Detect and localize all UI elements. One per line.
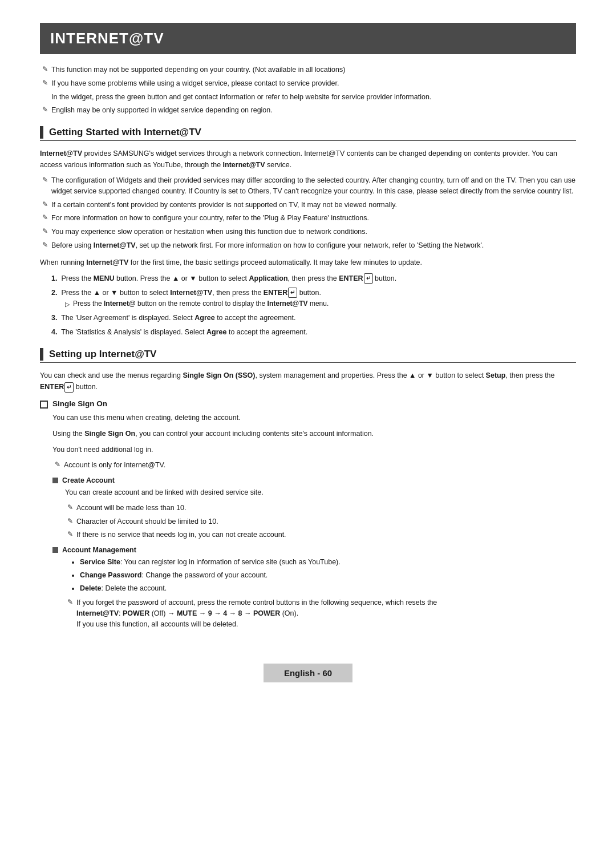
s1-note-icon-3: ✎ bbox=[42, 213, 48, 221]
account-management-bullets: Service Site: You can register log in in… bbox=[65, 556, 576, 594]
ca-note-1: ✎ Account will be made less than 10. bbox=[65, 503, 576, 514]
create-account-body: You can create account and be linked wit… bbox=[65, 487, 576, 498]
s1-note-text-4: You may experience slow operation or hes… bbox=[51, 227, 367, 237]
sso-note3: You don't need additional log in. bbox=[52, 444, 576, 455]
intro-note-1: ✎ This function may not be supported dep… bbox=[40, 64, 576, 75]
sso-note1: You can use this menu when creating, del… bbox=[52, 412, 576, 423]
sso-note2: Using the Single Sign On, you can contro… bbox=[52, 428, 576, 439]
checkbox-icon bbox=[40, 401, 48, 409]
single-sign-on-content: You can use this menu when creating, del… bbox=[40, 412, 576, 629]
s1-note-icon-2: ✎ bbox=[42, 200, 48, 208]
account-management-title: Account Management bbox=[62, 546, 136, 554]
account-management-bar bbox=[52, 547, 58, 553]
s1-note-5: ✎ Before using Internet@TV, set up the n… bbox=[40, 240, 576, 251]
s1-note-3: ✎ For more information on how to configu… bbox=[40, 213, 576, 224]
intro-note-2: ✎ If you have some problems while using … bbox=[40, 78, 576, 89]
sub-note-icon: ▷ bbox=[65, 300, 70, 310]
am-note-icon: ✎ bbox=[67, 598, 73, 606]
section2-bar bbox=[40, 348, 43, 361]
create-account-title: Create Account bbox=[62, 476, 115, 484]
section2-title: Setting up Internet@TV bbox=[49, 349, 156, 360]
page-title: INTERNET@TV bbox=[50, 30, 566, 47]
section1-bar bbox=[40, 126, 43, 139]
section2-header: Setting up Internet@TV bbox=[40, 348, 576, 363]
create-account-content: You can create account and be linked wit… bbox=[52, 487, 576, 540]
s1-note-1: ✎ The configuration of Widgets and their… bbox=[40, 175, 576, 197]
single-sign-on-label: Single Sign On bbox=[52, 399, 107, 408]
single-sign-on-header: Single Sign On bbox=[40, 399, 576, 409]
steps-list: 1. Press the MENU button. Press the ▲ or… bbox=[51, 273, 576, 338]
intro-notes-section: ✎ This function may not be supported dep… bbox=[40, 64, 576, 116]
s1-note-text-3: For more information on how to configure… bbox=[51, 213, 369, 224]
create-account-header: Create Account bbox=[52, 476, 576, 484]
ca-note-text-2: Character of Account should be limited t… bbox=[76, 516, 218, 527]
s1-note-icon-5: ✎ bbox=[42, 241, 48, 249]
intro-note-4: ✎ English may be only supported in widge… bbox=[40, 105, 576, 116]
create-account-bar bbox=[52, 478, 58, 483]
step-3: 3. The 'User Agreement' is displayed. Se… bbox=[51, 312, 576, 324]
footer-bar: English - 60 bbox=[40, 664, 576, 682]
section1-body1: Internet@TV provides SAMSUNG's widget se… bbox=[40, 148, 576, 171]
s1-note-icon-1: ✎ bbox=[42, 176, 48, 184]
note-icon-2: ✎ bbox=[42, 79, 48, 87]
ca-note-text-1: Account will be made less than 10. bbox=[76, 503, 186, 514]
am-note-text: If you forget the password of account, p… bbox=[76, 597, 437, 629]
note-icon-4: ✎ bbox=[42, 106, 48, 114]
ca-note-icon-3: ✎ bbox=[67, 530, 73, 538]
account-management-header: Account Management bbox=[52, 546, 576, 554]
ca-note-icon-1: ✎ bbox=[67, 503, 73, 511]
intro-note-text-4: English may be only supported in widget … bbox=[51, 105, 273, 116]
step-4: 4. The 'Statistics & Analysis' is displa… bbox=[51, 326, 576, 338]
intro-note-3: ✎ In the widget, press the green button … bbox=[40, 92, 576, 103]
step-2-sub-text: Press the Internet@ button on the remote… bbox=[73, 298, 329, 309]
ca-note-icon-2: ✎ bbox=[67, 517, 73, 525]
section1-header: Getting Started with Internet@TV bbox=[40, 126, 576, 141]
am-bullet-2: Change Password: Change the password of … bbox=[80, 569, 576, 581]
account-management-content: Service Site: You can register log in in… bbox=[52, 556, 576, 629]
intro-note-text-3: In the widget, press the green button an… bbox=[51, 92, 431, 103]
footer-badge: English - 60 bbox=[264, 664, 352, 682]
sso-note-icon: ✎ bbox=[55, 460, 60, 468]
step-1: 1. Press the MENU button. Press the ▲ or… bbox=[51, 273, 576, 284]
step-2-sub: ▷ Press the Internet@ button on the remo… bbox=[51, 298, 576, 310]
ca-note-3: ✎ If there is no service that needs log … bbox=[65, 529, 576, 540]
s1-note-icon-4: ✎ bbox=[42, 227, 48, 235]
intro-note-text-1: This function may not be supported depen… bbox=[51, 64, 345, 75]
ca-note-2: ✎ Character of Account should be limited… bbox=[65, 516, 576, 527]
sso-icon-note: ✎ Account is only for internet@TV. bbox=[52, 460, 576, 471]
s1-note-4: ✎ You may experience slow operation or h… bbox=[40, 227, 576, 237]
sso-note-text: Account is only for internet@TV. bbox=[64, 460, 165, 471]
section2-body1: You can check and use the menus regardin… bbox=[40, 370, 576, 393]
section1-body2: When running Internet@TV for the first t… bbox=[40, 257, 576, 268]
note-icon-1: ✎ bbox=[42, 65, 48, 73]
s1-note-2: ✎ If a certain content's font provided b… bbox=[40, 200, 576, 211]
page-title-bar: INTERNET@TV bbox=[40, 23, 576, 54]
am-bullet-3: Delete: Delete the account. bbox=[80, 583, 576, 594]
ca-note-text-3: If there is no service that needs log in… bbox=[76, 529, 286, 540]
am-bullet-1: Service Site: You can register log in in… bbox=[80, 556, 576, 568]
section1-title: Getting Started with Internet@TV bbox=[49, 127, 201, 138]
intro-note-text-2: If you have some problems while using a … bbox=[51, 78, 339, 89]
s1-note-text-1: The configuration of Widgets and their p… bbox=[51, 175, 576, 197]
s1-note-text-2: If a certain content's font provided by … bbox=[51, 200, 397, 211]
step-2: 2. Press the ▲ or ▼ button to select Int… bbox=[51, 287, 576, 310]
am-note: ✎ If you forget the password of account,… bbox=[65, 597, 576, 629]
s1-note-text-5: Before using Internet@TV, set up the net… bbox=[51, 240, 484, 251]
